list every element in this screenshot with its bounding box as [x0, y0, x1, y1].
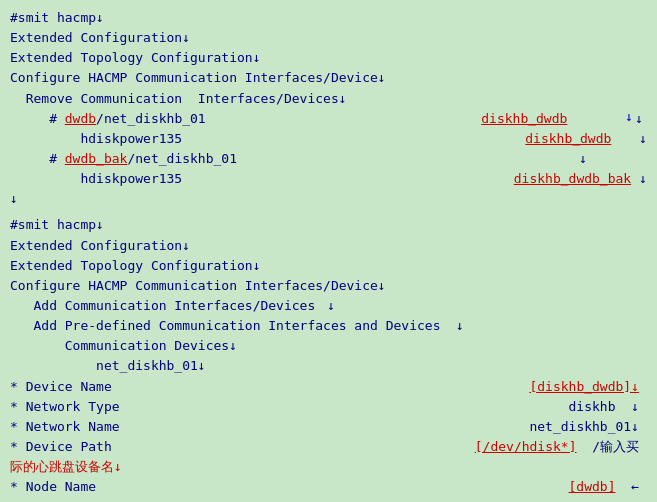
line-network-name: * Network Name net_diskhb_01↓ [10, 417, 647, 437]
line-smit-hacmp-2: #smit hacmp↓ [10, 215, 647, 235]
node-name-value[interactable]: [dwdb] [569, 479, 616, 494]
network-name-value: net_diskhb_01↓ [529, 419, 647, 434]
line-red-chinese: 际的心跳盘设备名↓ [10, 457, 647, 477]
far-arrow-1: ↓ [625, 109, 633, 124]
line-extended-topology-1: Extended Topology Configuration↓ [10, 48, 647, 68]
diskhb-dwdb-link-1[interactable]: diskhb_dwdb [481, 111, 627, 126]
line-arrow-down-1: ↓ [10, 189, 647, 209]
line-configure-hacmp-2: Configure HACMP Communication Interfaces… [10, 276, 647, 296]
device-path-hint: /输入买 [577, 438, 639, 456]
line-add-predefined: Add Pre-defined Communication Interfaces… [10, 316, 647, 336]
device-name-value[interactable]: [diskhb_dwdb]↓ [529, 379, 647, 394]
line-remove-comm: Remove Communication Interfaces/Devices↓ [10, 89, 647, 109]
line-comm-devices: Communication Devices↓ [10, 336, 647, 356]
line-dwdb-net: # dwdb/net_diskhb_01 diskhb_dwdb ↓ ↓ [10, 109, 647, 129]
line-extended-topology-2: Extended Topology Configuration↓ [10, 256, 647, 276]
terminal-container: #smit hacmp↓ Extended Configuration↓ Ext… [0, 0, 657, 502]
network-type-value: diskhb ↓ [569, 399, 647, 414]
line-hdiskpower-2: hdiskpower135 diskhb_dwdb_bak ↓ [10, 169, 647, 189]
arrow-5: ↓ [315, 298, 335, 313]
line-device-name: * Device Name [diskhb_dwdb]↓ [10, 377, 647, 397]
dwdb-bak-link[interactable]: dwdb_bak [65, 151, 128, 166]
line-dwdb-bak-net: # dwdb_bak/net_diskhb_01 ↓ [10, 149, 647, 169]
device-path-value[interactable]: [/dev/hdisk*] [475, 439, 577, 454]
line-extended-config-2: Extended Configuration↓ [10, 236, 647, 256]
line-node-name: * Node Name [dwdb] ← [10, 477, 647, 497]
diskhb-dwdb-bak-link[interactable]: diskhb_dwdb_bak [514, 171, 639, 186]
line-net-diskhb: net_diskhb_01↓ [10, 356, 647, 376]
arrow-2: ↓ [631, 131, 647, 146]
line-configure-hacmp-1: Configure HACMP Communication Interfaces… [10, 68, 647, 88]
node-name-arrow: ← [616, 479, 639, 494]
line-add-comm: Add Communication Interfaces/Devices ↓ [10, 296, 647, 316]
line-extended-config-1: Extended Configuration↓ [10, 28, 647, 48]
line-smit-hacmp-1: #smit hacmp↓ [10, 8, 647, 28]
line-device-path: * Device Path [/dev/hdisk*] /输入买 [10, 437, 647, 457]
dwdb-link-1[interactable]: dwdb [65, 111, 96, 126]
arrow-4: ↓ [639, 171, 647, 186]
line-network-type: * Network Type diskhb ↓ [10, 397, 647, 417]
line-hdiskpower-1: hdiskpower135 diskhb_dwdb ↓ [10, 129, 647, 149]
diskhb-dwdb-link-2[interactable]: diskhb_dwdb [525, 131, 631, 146]
arrow-3: ↓ [579, 151, 647, 166]
